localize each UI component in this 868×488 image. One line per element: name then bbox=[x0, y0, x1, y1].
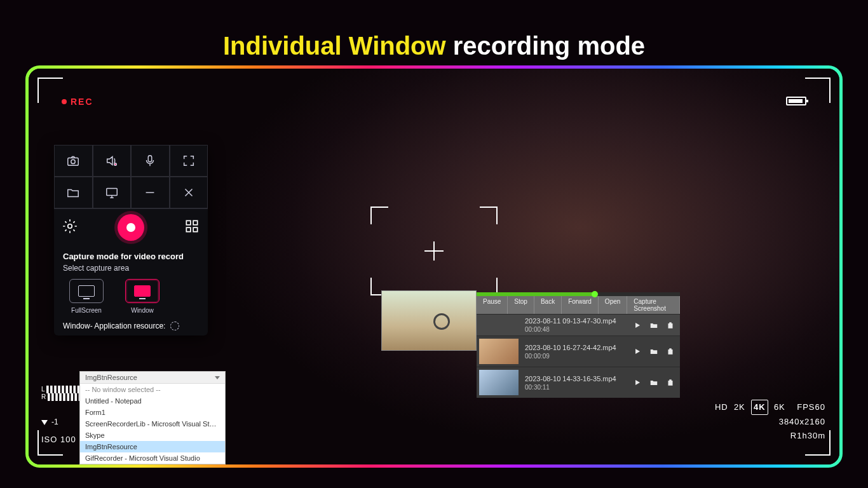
chevron-down-icon bbox=[215, 376, 220, 379]
player-back-button[interactable]: Back bbox=[534, 296, 562, 314]
dropdown-selected[interactable]: ImgBtnResource bbox=[80, 372, 225, 384]
mode-fullscreen-label: FullScreen bbox=[63, 307, 110, 314]
display-select-button[interactable] bbox=[93, 177, 132, 208]
frame-corner bbox=[805, 78, 831, 103]
recording-row[interactable]: 2023-08-10 14-33-16-35.mp400:30:11 bbox=[477, 367, 680, 398]
recording-filename: 2023-08-10 14-33-16-35.mp4 bbox=[525, 375, 627, 383]
folder-icon[interactable] bbox=[649, 378, 658, 387]
folder-icon bbox=[66, 186, 80, 200]
svg-rect-4 bbox=[107, 189, 118, 196]
resolution-readout: 3840x2160 bbox=[715, 415, 825, 429]
res-hd: HD bbox=[715, 402, 728, 412]
close-button[interactable] bbox=[170, 177, 208, 208]
recording-filename: 2023-08-11 09-13-47-30.mp4 bbox=[525, 317, 627, 325]
rec-indicator: REC bbox=[62, 97, 93, 107]
svg-rect-3 bbox=[149, 156, 153, 162]
window-dropdown[interactable]: ImgBtnResource -- No window selected --U… bbox=[79, 371, 226, 464]
recordings-player: PauseStopBackForwardOpenCapture Screensh… bbox=[388, 292, 680, 398]
player-toolbar: PauseStopBackForwardOpenCapture Screensh… bbox=[477, 296, 680, 314]
svg-point-5 bbox=[68, 224, 72, 228]
res-4k: 4K bbox=[751, 400, 768, 415]
meter-l: L bbox=[41, 386, 44, 393]
svg-point-2 bbox=[114, 163, 116, 166]
dropdown-item[interactable]: -- No window selected -- bbox=[80, 384, 225, 395]
dropdown-item[interactable]: ScreenRecorderLib - Microsoft Visual Stu… bbox=[80, 418, 225, 430]
triangle-icon bbox=[41, 420, 48, 425]
seek-bar[interactable] bbox=[477, 292, 680, 296]
close-icon bbox=[182, 186, 196, 200]
player-capture-screenshot-button[interactable]: Capture Screenshot bbox=[627, 296, 680, 314]
open-folder-button[interactable] bbox=[54, 177, 93, 208]
player-open-button[interactable]: Open bbox=[599, 296, 627, 314]
record-button[interactable] bbox=[118, 214, 144, 241]
folder-icon[interactable] bbox=[649, 347, 658, 356]
dropdown-selected-label: ImgBtnResource bbox=[85, 374, 137, 381]
recording-duration: 00:00:09 bbox=[525, 353, 627, 360]
focus-reticle bbox=[370, 207, 498, 295]
meter-r: R bbox=[41, 393, 46, 400]
minimize-button[interactable] bbox=[131, 177, 170, 208]
mode-window[interactable]: Window bbox=[119, 279, 166, 314]
player-stop-button[interactable]: Stop bbox=[508, 296, 534, 314]
folder-icon[interactable] bbox=[649, 321, 658, 330]
recording-duration: 00:30:11 bbox=[525, 384, 627, 391]
window-picker-row: Window- Application resource: bbox=[54, 322, 208, 336]
fps-readout: FPS60 bbox=[797, 402, 825, 412]
recording-row[interactable]: 2023-08-11 09-13-47-30.mp400:00:48 bbox=[477, 314, 680, 336]
recording-thumbnail bbox=[479, 339, 519, 364]
play-icon[interactable] bbox=[633, 347, 642, 356]
res-6k: 6K bbox=[774, 402, 785, 412]
panel-main-row bbox=[54, 208, 208, 245]
play-icon[interactable] bbox=[633, 321, 642, 330]
dropdown-item[interactable]: ImgBtnResource bbox=[80, 441, 225, 452]
trash-icon[interactable] bbox=[666, 378, 675, 387]
dropdown-item[interactable]: Untitled - Notepad bbox=[80, 395, 225, 407]
camera-icon bbox=[66, 154, 80, 168]
loading-icon bbox=[170, 322, 179, 330]
monitor-icon bbox=[105, 186, 119, 200]
dropdown-item[interactable]: GifRecorder - Microsoft Visual Studio bbox=[80, 452, 225, 464]
time-remaining: R1h30m bbox=[715, 429, 825, 443]
exposure-value: -1 bbox=[51, 417, 58, 426]
headline-rest: recording mode bbox=[453, 32, 645, 60]
recording-thumbnail bbox=[479, 370, 519, 395]
svg-rect-7 bbox=[193, 220, 198, 225]
apps-icon bbox=[184, 218, 200, 234]
apps-button[interactable] bbox=[184, 218, 200, 237]
camera-button[interactable] bbox=[54, 145, 93, 177]
capture-info: HD 2K 4K 6K FPS60 3840x2160 R1h30m bbox=[715, 400, 825, 443]
fullscreen-button[interactable] bbox=[170, 145, 208, 177]
gear-icon bbox=[62, 218, 78, 234]
frame-corner bbox=[37, 78, 63, 103]
recording-row[interactable]: 2023-08-10 16-27-24-42.mp400:00:09 bbox=[477, 336, 680, 367]
dropdown-item[interactable]: Skype bbox=[80, 430, 225, 441]
player-forward-button[interactable]: Forward bbox=[562, 296, 599, 314]
minimize-icon bbox=[143, 186, 157, 200]
dropdown-item[interactable]: Form1 bbox=[80, 407, 225, 418]
mode-fullscreen[interactable]: FullScreen bbox=[63, 279, 110, 314]
res-2k: 2K bbox=[734, 402, 745, 412]
seek-knob[interactable] bbox=[592, 291, 598, 297]
recorder-panel: Capture mode for video record Select cap… bbox=[54, 145, 208, 336]
system-audio-button[interactable] bbox=[93, 145, 132, 177]
trash-icon[interactable] bbox=[666, 321, 675, 330]
recordings-list: 2023-08-11 09-13-47-30.mp400:00:482023-0… bbox=[477, 314, 680, 398]
panel-subtitle: Select capture area bbox=[54, 264, 208, 279]
rec-label: REC bbox=[71, 97, 93, 107]
settings-button[interactable] bbox=[62, 218, 78, 237]
window-picker-label: Window- Application resource: bbox=[63, 322, 165, 330]
mic-icon bbox=[143, 154, 157, 168]
headline: Individual Window recording mode bbox=[0, 32, 868, 60]
recording-preview-thumbnail bbox=[381, 290, 477, 351]
exposure-indicator: -1 bbox=[41, 417, 58, 426]
svg-rect-0 bbox=[68, 158, 79, 165]
svg-rect-6 bbox=[186, 220, 191, 225]
rec-dot-icon bbox=[62, 99, 67, 104]
trash-icon[interactable] bbox=[666, 347, 675, 356]
player-pause-button[interactable]: Pause bbox=[477, 296, 508, 314]
mode-window-label: Window bbox=[119, 307, 166, 314]
battery-icon bbox=[786, 97, 806, 105]
mic-button[interactable] bbox=[131, 145, 170, 177]
play-icon[interactable] bbox=[633, 378, 642, 387]
capture-modes: FullScreen Window bbox=[54, 279, 208, 322]
